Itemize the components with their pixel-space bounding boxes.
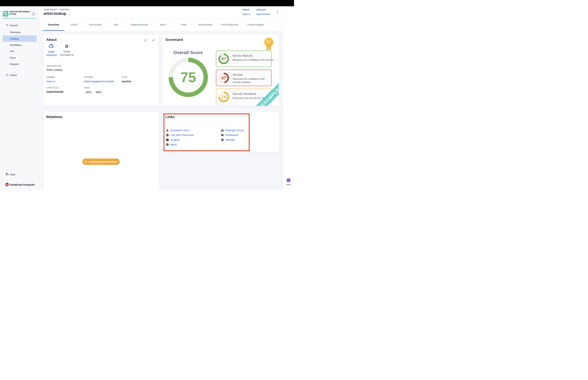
sidebar-accent-divider bbox=[3, 18, 37, 19]
tags-field-label: TAGS bbox=[84, 87, 90, 89]
tab-kubernetes[interactable]: Kubernetes bbox=[194, 19, 217, 31]
sidebar-item-workflows[interactable]: Workflows bbox=[0, 42, 39, 48]
sidebar-bottom-divider bbox=[3, 170, 37, 171]
tag-chip[interactable]: java bbox=[85, 90, 93, 94]
description-label: DESCRIPTION bbox=[46, 65, 61, 67]
tab-todo[interactable]: Todo bbox=[173, 19, 194, 31]
metric-score: 47 bbox=[218, 73, 229, 83]
portal-logo[interactable] bbox=[3, 11, 8, 17]
lifecycle-label: Lifecycle bbox=[256, 8, 270, 11]
content-area: About VIEW SOURCE VIEW TECHDOCS DESCRIPT… bbox=[39, 31, 283, 190]
sidebar: Internal Developer Portal Search Overvie… bbox=[0, 6, 39, 190]
overall-score-value: 75 bbox=[169, 58, 208, 97]
page-title: artist-lookup bbox=[44, 11, 66, 16]
system-link[interactable]: artist-engagement-portal bbox=[84, 80, 114, 83]
tab-code-insights[interactable]: Code Insights bbox=[243, 19, 268, 31]
metric-name: DevOps bbox=[233, 73, 243, 76]
refresh-icon[interactable] bbox=[144, 38, 147, 42]
metric-name: Service Maturity bbox=[233, 54, 253, 57]
about-card: About VIEW SOURCE VIEW TECHDOCS DESCRIPT… bbox=[44, 35, 159, 106]
portal-title: Internal Developer Portal bbox=[10, 10, 32, 15]
overall-score-label: Overall Score bbox=[168, 50, 209, 55]
gear-icon bbox=[6, 74, 9, 76]
links-highlight-annotation bbox=[164, 114, 250, 152]
system-top-bar bbox=[0, 0, 294, 6]
right-rail: AIDA bbox=[283, 6, 294, 190]
more-options-icon[interactable] bbox=[277, 11, 278, 15]
metric-score: 74 bbox=[218, 92, 229, 102]
star-favorite-icon[interactable] bbox=[68, 13, 71, 16]
user-avatar[interactable]: DP bbox=[5, 182, 9, 187]
portal-logo-icon bbox=[3, 11, 8, 17]
tab-dependencies[interactable]: Dependencies bbox=[126, 19, 153, 31]
owner-field-label: OWNER bbox=[46, 76, 55, 78]
sidebar-item-help[interactable]: ? Help bbox=[0, 172, 39, 177]
sidebar-item-catalog[interactable]: Catalog bbox=[0, 36, 39, 41]
help-chat-icon: ? bbox=[5, 173, 9, 176]
github-icon bbox=[49, 44, 53, 48]
metric-card-service-maturity: 87 Service Maturity Measures the reliabi… bbox=[216, 51, 271, 67]
type-field-label: TYPE bbox=[122, 76, 127, 78]
tab-overview[interactable]: Overview bbox=[43, 19, 64, 31]
tab-scorecard[interactable]: Scorecard bbox=[84, 19, 106, 31]
lifecycle-field-label: LIFECYCLE bbox=[46, 87, 58, 89]
metric-description: Measures the reliability of the DevOps p… bbox=[233, 77, 270, 84]
svg-text:?: ? bbox=[6, 173, 7, 174]
sidebar-item-api[interactable]: API bbox=[0, 48, 39, 54]
lifecycle-value: experimental bbox=[256, 13, 270, 16]
svg-text:Tier: Tier bbox=[267, 42, 270, 44]
metric-name: Security Standards bbox=[233, 92, 256, 95]
entity-tabs: Overview CI/CD Scorecard API Dependencie… bbox=[39, 19, 283, 31]
sidebar-search[interactable]: Search bbox=[0, 23, 39, 28]
sidebar-item-register[interactable]: Register bbox=[0, 61, 39, 67]
metric-card-devops: 47 DevOps Measures the reliability of th… bbox=[216, 70, 271, 86]
aida-label: AIDA bbox=[283, 184, 294, 186]
sidebar-item-overview[interactable]: Overview bbox=[0, 29, 39, 35]
metric-score: 87 bbox=[218, 54, 229, 64]
relations-node[interactable]: component:artist-lookup bbox=[82, 158, 120, 165]
tab-docs[interactable]: Docs bbox=[153, 19, 173, 31]
view-techdocs-label: VIEW TECHDOCS bbox=[59, 50, 74, 57]
header-lifecycle: Lifecycle experimental bbox=[256, 8, 270, 16]
relations-card: Relations component:artist-lookup bbox=[44, 112, 159, 190]
view-source-button[interactable]: VIEW SOURCE bbox=[46, 44, 56, 57]
relations-title: Relations bbox=[46, 115, 62, 119]
scorecard-card: Scorecard Gold Tier Overall Score 75 bbox=[163, 35, 279, 106]
sidebar-item-admin[interactable]: Admin bbox=[0, 73, 39, 77]
user-name[interactable]: Debabrata Panigrahi bbox=[10, 183, 35, 186]
tab-cicd[interactable]: CI/CD bbox=[64, 19, 84, 31]
owner-value[interactable]: team-a bbox=[243, 13, 250, 16]
scorecard-title: Scorecard bbox=[165, 38, 183, 42]
search-icon bbox=[6, 24, 9, 27]
chip-icon bbox=[85, 160, 87, 163]
entity-header: COMPONENT — SERVICE artist-lookup Owner … bbox=[39, 6, 283, 19]
tag-chip[interactable]: data bbox=[94, 90, 103, 94]
metric-description: Measures the reliability of this service bbox=[233, 58, 279, 62]
sidebar-item-docs[interactable]: Docs bbox=[0, 55, 39, 60]
svg-text:Gold: Gold bbox=[266, 40, 271, 42]
view-techdocs-button[interactable]: VIEW TECHDOCS bbox=[59, 44, 74, 57]
lifecycle-value: experimental bbox=[46, 90, 63, 93]
tab-api[interactable]: API bbox=[106, 19, 126, 31]
type-value: service bbox=[122, 80, 131, 83]
relations-node-label: component:artist-lookup bbox=[89, 160, 117, 163]
apps-grid-icon[interactable] bbox=[32, 12, 35, 16]
header-owner: Owner team-a bbox=[243, 8, 250, 16]
sidebar-admin-label: Admin bbox=[10, 74, 17, 76]
sidebar-help-label: Help bbox=[10, 173, 15, 176]
owner-link[interactable]: team-a bbox=[46, 80, 55, 83]
tags-list: javadata bbox=[85, 90, 104, 94]
view-source-label: VIEW SOURCE bbox=[46, 50, 56, 57]
owner-label: Owner bbox=[243, 8, 250, 11]
gold-tier-badge: Gold Tier bbox=[263, 37, 274, 52]
edit-icon[interactable] bbox=[152, 38, 155, 42]
overall-score-donut: 75 bbox=[169, 58, 208, 97]
about-title: About bbox=[46, 38, 57, 42]
techdocs-icon bbox=[65, 44, 69, 48]
tab-pull-requests[interactable]: Pull Requests bbox=[217, 19, 243, 31]
sidebar-search-label: Search bbox=[10, 24, 18, 27]
system-field-label: SYSTEM bbox=[84, 76, 93, 78]
breadcrumb: COMPONENT — SERVICE bbox=[44, 8, 69, 11]
description-value: Artist Lookup bbox=[46, 68, 62, 72]
aida-icon[interactable] bbox=[286, 178, 291, 182]
